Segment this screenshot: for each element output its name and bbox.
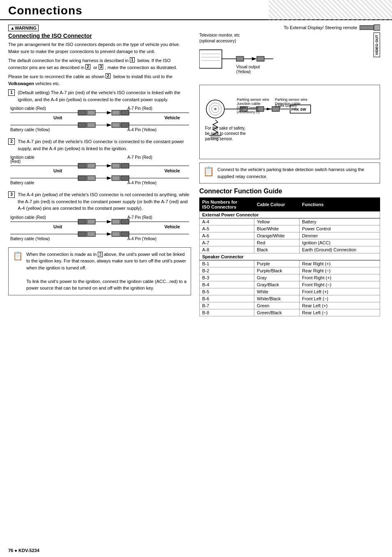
table-cell-cable: Yellow bbox=[254, 218, 300, 225]
parking-note-text: Connect to the vehicle's parking brake d… bbox=[217, 166, 376, 180]
table-cell-pin: A-4 bbox=[200, 218, 254, 225]
col-header-function: Functions bbox=[300, 198, 380, 211]
svg-text:A-7 Pin (Red): A-7 Pin (Red) bbox=[127, 106, 152, 111]
svg-rect-58 bbox=[78, 232, 86, 237]
connector-guide: Connector Function Guide Pin Numbers for… bbox=[199, 188, 380, 316]
svg-marker-51 bbox=[107, 220, 112, 223]
svg-marker-76 bbox=[252, 57, 257, 60]
svg-text:A-7 Pin (Red): A-7 Pin (Red) bbox=[127, 215, 152, 220]
item-3: 3 The A-4 pin (yellow) of the vehicle's … bbox=[8, 191, 191, 242]
svg-rect-77 bbox=[257, 56, 264, 61]
table-cell-function: Rear Right (+) bbox=[300, 260, 380, 267]
svg-text:parking sensor.: parking sensor. bbox=[205, 137, 233, 141]
item-3-badge: 3 bbox=[8, 191, 15, 198]
table-row: B-6White/BlackFront Left (−) bbox=[200, 295, 380, 302]
svg-rect-49 bbox=[87, 219, 95, 224]
table-cell-function: Front Left (+) bbox=[300, 288, 380, 295]
svg-text:Ignition cable (Red): Ignition cable (Red) bbox=[10, 215, 46, 220]
table-cell-cable: Green bbox=[254, 302, 300, 309]
table-cell-function: Rear Left (−) bbox=[300, 309, 380, 316]
table-cell-function: Front Left (−) bbox=[300, 295, 380, 302]
table-cell-function: Front Right (−) bbox=[300, 281, 380, 288]
table-cell-pin: B-5 bbox=[200, 288, 254, 295]
svg-text:A-7 Pin (Red): A-7 Pin (Red) bbox=[127, 155, 152, 160]
table-cell-cable: White/Black bbox=[254, 295, 300, 302]
svg-rect-31 bbox=[121, 163, 129, 168]
item-2: 2 The A-7 pin (red) of the vehicle's ISO… bbox=[8, 138, 191, 186]
col-header-cable: Cable Colour bbox=[254, 198, 300, 211]
table-row: B-5WhiteFront Left (+) bbox=[200, 288, 380, 295]
wiring-diagram-2: Ignition cable (Red) A-7 Pin (Red) Unit … bbox=[8, 154, 191, 186]
svg-text:(Light Green): (Light Green) bbox=[275, 104, 297, 108]
item-1-badge: 1 bbox=[8, 89, 15, 96]
page-header: Connections bbox=[0, 0, 392, 20]
parking-note-box: 📋 Connect to the vehicle's parking brake… bbox=[199, 162, 380, 183]
svg-rect-52 bbox=[112, 219, 120, 224]
svg-rect-59 bbox=[87, 232, 95, 237]
item-2-badge: 2 bbox=[8, 138, 15, 145]
col-header-pin: Pin Numbers forISO Connectors bbox=[200, 198, 254, 211]
table-cell-cable: Blue/White bbox=[254, 225, 300, 232]
svg-rect-62 bbox=[112, 232, 120, 237]
item-1: 1 (Default setting) The A-7 pin (red) of… bbox=[8, 89, 191, 133]
svg-rect-14 bbox=[87, 123, 95, 128]
wiring-diagram-1: Ignition cable (Red) A-7 Pin (Red) Un bbox=[8, 105, 191, 133]
table-row: B-4Gray/BlackFront Right (−) bbox=[200, 281, 380, 288]
svg-rect-67 bbox=[360, 26, 374, 30]
table-cell-function: Rear Right (−) bbox=[300, 267, 380, 274]
warning-badge: ▲WARNING bbox=[8, 24, 191, 31]
note-text-1: When the connection is made as in 3 abov… bbox=[26, 251, 187, 292]
svg-text:PRK SW: PRK SW bbox=[291, 107, 307, 111]
svg-rect-40 bbox=[112, 176, 120, 181]
table-cell-cable: Orange/White bbox=[254, 232, 300, 239]
svg-rect-26 bbox=[78, 163, 86, 168]
table-cell-function: Battery bbox=[300, 218, 380, 225]
table-row: A-8BlackEarth (Ground) Connection bbox=[200, 246, 380, 253]
wiring-svg-1: Ignition cable (Red) A-7 Pin (Red) Un bbox=[8, 105, 189, 132]
table-cell-cable: Red bbox=[254, 239, 300, 246]
section-row-label: Speaker Connector bbox=[200, 253, 380, 260]
table-row: B-8Green/BlackRear Left (−) bbox=[200, 309, 380, 316]
svg-marker-16 bbox=[107, 123, 112, 127]
parking-svg: PRK SW Parking sensor wire Junction cabl… bbox=[203, 88, 343, 154]
table-cell-function: Earth (Ground) Connection bbox=[300, 246, 380, 253]
table-cell-function: Power Control bbox=[300, 225, 380, 232]
video-out-container: VIDEO OUT bbox=[374, 32, 380, 57]
parking-sensor-section: PRK SW Parking sensor wire Junction cabl… bbox=[199, 85, 380, 159]
table-cell-cable: Black bbox=[254, 246, 300, 253]
table-row: B-7GreenRear Left (+) bbox=[200, 302, 380, 309]
svg-rect-69 bbox=[199, 50, 222, 68]
svg-text:Visual output: Visual output bbox=[236, 65, 260, 69]
svg-text:A-4 Pin (Yellow): A-4 Pin (Yellow) bbox=[127, 128, 157, 132]
svg-marker-39 bbox=[107, 176, 112, 180]
svg-text:(Red): (Red) bbox=[10, 159, 21, 164]
note-icon-1: 📋 bbox=[13, 251, 23, 261]
tv-monitor-section: Television monitor, etc(optional accesso… bbox=[199, 32, 380, 80]
svg-text:Unit: Unit bbox=[53, 168, 62, 173]
table-cell-pin: B-4 bbox=[200, 281, 254, 288]
svg-text:(Yellow): (Yellow) bbox=[236, 70, 251, 74]
table-cell-pin: A-6 bbox=[200, 232, 254, 239]
tv-svg: Visual output (Yellow) bbox=[199, 46, 314, 79]
svg-text:A-4 Pin (Yellow): A-4 Pin (Yellow) bbox=[127, 237, 157, 241]
svg-rect-3 bbox=[78, 110, 86, 115]
table-row: Speaker Connector bbox=[200, 253, 380, 260]
table-row: A-4YellowBattery bbox=[200, 218, 380, 225]
item-2-text: The A-7 pin (red) of the vehicle's ISO c… bbox=[18, 138, 190, 152]
guide-table: Pin Numbers forISO Connectors Cable Colo… bbox=[199, 197, 380, 316]
table-cell-pin: A-5 bbox=[200, 225, 254, 232]
svg-rect-36 bbox=[78, 176, 86, 181]
svg-rect-68 bbox=[374, 25, 380, 30]
svg-marker-90 bbox=[267, 108, 272, 110]
external-display-section: To External Display/ Steering remote Tel… bbox=[199, 24, 380, 80]
table-cell-pin: A-7 bbox=[200, 239, 254, 246]
external-connector-svg bbox=[360, 24, 380, 31]
intro-text-3: Please be sure to reconnect the cable as… bbox=[8, 73, 191, 87]
video-out-label: VIDEO OUT bbox=[374, 32, 380, 57]
svg-rect-7 bbox=[112, 110, 120, 115]
table-row: B-3GrayFront Right (+) bbox=[200, 274, 380, 281]
table-cell-function: Front Right (+) bbox=[300, 274, 380, 281]
table-cell-pin: B-2 bbox=[200, 267, 254, 274]
svg-text:Vehicle: Vehicle bbox=[164, 168, 180, 173]
table-cell-cable: White bbox=[254, 288, 300, 295]
